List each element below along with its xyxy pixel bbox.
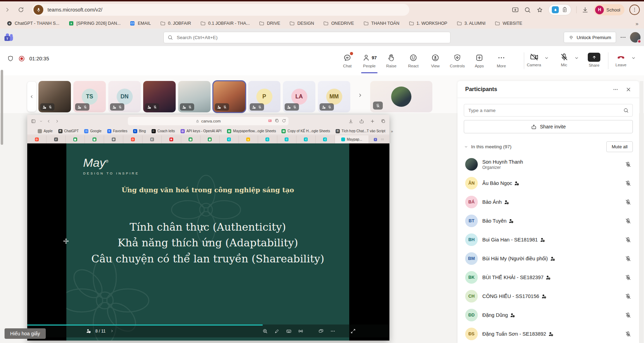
bookmark-item[interactable]: ONEDRIVE [319, 19, 358, 28]
participant-row[interactable]: BÁ Bảo Ánh ? [458, 193, 639, 211]
bookmark-item[interactable]: DRIVE [254, 19, 285, 28]
favorite-item[interactable]: ▦ Copy of KẾ H...ogle Sheets [281, 129, 330, 133]
pinned-tab[interactable]: // [46, 135, 66, 143]
keyboard-icon[interactable] [286, 328, 292, 334]
teams-logo-icon[interactable]: T [3, 32, 14, 43]
pinned-tab[interactable]: ⚙ [104, 135, 123, 143]
video-tile[interactable]: ? [143, 81, 176, 112]
participant-search-input[interactable] [468, 107, 623, 113]
zoom-icon[interactable] [524, 6, 531, 14]
mic-off-icon[interactable] [625, 331, 631, 337]
bookmark-item[interactable]: THANH TOÁN [359, 19, 404, 28]
camera-button[interactable]: Camera [524, 46, 544, 67]
favorite-item[interactable]: C Coach Ielts [152, 129, 175, 133]
more-options-icon[interactable] [330, 328, 336, 334]
bookmark-item[interactable]: 1. WORKSHOP [404, 19, 452, 28]
pinned-tab[interactable]: C [220, 135, 239, 143]
participant-row[interactable]: ĐD Đặng Dũng ! [458, 306, 639, 325]
favorite-item[interactable]: G Google [84, 129, 101, 133]
teams-tab-icon[interactable]: T [373, 137, 378, 142]
favorite-item[interactable]: ✻ ChatGPT [58, 129, 79, 133]
active-tab[interactable]: Maypap... [335, 135, 368, 143]
close-icon[interactable] [625, 87, 631, 92]
extensions-pill[interactable] [548, 4, 571, 15]
spotlight-tile[interactable] [370, 81, 432, 112]
favorite-item[interactable]: b Bing [133, 129, 146, 133]
pinned-tab[interactable]: C [277, 135, 297, 143]
video-tile[interactable]: DN ? [108, 81, 141, 112]
share-button[interactable]: Share [584, 46, 604, 67]
pinned-tab[interactable]: C [258, 135, 277, 143]
forward-icon[interactable] [3, 6, 11, 14]
pinned-tab[interactable]: ▦ [200, 135, 220, 143]
bookmark-item[interactable]: EMAIL [125, 19, 155, 28]
extensions-icon[interactable] [562, 7, 568, 13]
toolbar-button[interactable]: Chat [336, 46, 358, 75]
install-icon[interactable] [512, 6, 519, 14]
panel-scrollbar[interactable] [640, 81, 643, 343]
sidebar-icon[interactable] [31, 119, 36, 124]
browser-menu-icon[interactable] [629, 5, 640, 15]
leave-options-chevron-icon[interactable] [631, 55, 636, 61]
bookmark-item[interactable]: ✻ ChatGPT - THANH S... [2, 19, 64, 28]
filmstrip-prev-button[interactable] [27, 82, 36, 112]
scrollbar-thumb[interactable] [1, 70, 3, 145]
mic-options-chevron-icon[interactable] [574, 55, 579, 61]
broadcast-icon[interactable] [298, 328, 303, 334]
participant-row[interactable]: CH CÔNG HIẾU - SS170156 ? [458, 287, 639, 306]
participant-row[interactable]: Son Huynh Thanh Organizer [458, 155, 639, 174]
participant-row[interactable]: BK BÙI THẾ KHẢI - SE182397 ? [458, 268, 639, 287]
favorite-item[interactable]: ▦ Maypaperflow...ogle Sheets [227, 129, 276, 133]
participant-row[interactable]: BM Bùi Hải My (Người điều phối) ? [458, 249, 639, 268]
pinned-tab[interactable]: ▦ [66, 135, 85, 143]
toolbar-button[interactable]: Raise [380, 46, 402, 75]
favorite-item[interactable]: Apple [38, 129, 53, 133]
video-tile[interactable]: ? [213, 81, 246, 112]
participant-search[interactable] [464, 104, 633, 117]
pinned-tab[interactable]: ▲ [239, 135, 258, 143]
extension-drop-icon[interactable] [552, 6, 559, 13]
pinned-tab[interactable]: C [316, 135, 335, 143]
unlock-premium-button[interactable]: Unlock Premium [564, 32, 616, 43]
camera-options-chevron-icon[interactable] [544, 55, 549, 61]
favorite-item[interactable]: ⚙ Tích hợp Chat...T vào Script [336, 129, 385, 133]
pinned-tab[interactable]: E [142, 135, 162, 143]
toolbar-button[interactable]: React [402, 46, 424, 75]
video-tile[interactable]: ? [38, 81, 71, 112]
mic-off-icon[interactable] [625, 199, 631, 206]
mic-off-icon[interactable] [625, 293, 631, 300]
video-tile[interactable]: ? [178, 81, 211, 112]
mic-off-icon[interactable] [625, 274, 631, 281]
mic-off-icon[interactable] [625, 255, 631, 262]
toolbar-button[interactable]: Controls [446, 46, 468, 75]
video-tile[interactable]: LA ? [283, 81, 315, 112]
search-input[interactable] [176, 35, 431, 40]
misc-tab-icon[interactable] [380, 137, 385, 142]
safari-address-bar[interactable]: canva.com [128, 117, 288, 125]
back-icon[interactable] [46, 119, 51, 124]
reload-icon[interactable] [17, 6, 24, 13]
mic-button[interactable]: Mic [554, 46, 574, 67]
chevron-down-icon[interactable] [464, 144, 468, 149]
toolbar-button[interactable]: 97 People [358, 46, 380, 75]
bookmark-item[interactable]: 0.1 JOBFAIR - THA... [196, 19, 254, 28]
share-icon[interactable] [359, 119, 364, 124]
mic-off-icon[interactable] [625, 180, 631, 187]
tab-overview-icon[interactable] [381, 119, 386, 124]
pinned-tab[interactable]: ▦ [181, 135, 200, 143]
pinned-tab[interactable]: O [27, 135, 46, 143]
pinned-tab[interactable]: ▦ [85, 135, 104, 143]
panel-more-icon[interactable] [613, 87, 619, 92]
new-tab-icon[interactable] [370, 119, 375, 124]
filmstrip-next-button[interactable] [357, 92, 363, 98]
bookmarks-overflow-icon[interactable]: » [636, 21, 638, 27]
mic-off-icon[interactable] [625, 161, 631, 168]
participant-row[interactable]: BH Bui Gia Han - SE181981 ? [458, 230, 639, 249]
favorite-item[interactable]: ▾ Favorites [107, 129, 127, 133]
pinned-tab[interactable]: O [123, 135, 142, 143]
bookmark-item[interactable]: 0. JOBFAIR [155, 19, 196, 28]
address-bar[interactable]: teams.microsoft.com/v2/ [32, 4, 409, 16]
next-slide-icon[interactable] [110, 329, 114, 333]
browser-profile[interactable]: H School [594, 4, 624, 15]
participant-row[interactable]: ĐS Đặng Tuấn Sơn - SE183892 ? [458, 325, 639, 343]
